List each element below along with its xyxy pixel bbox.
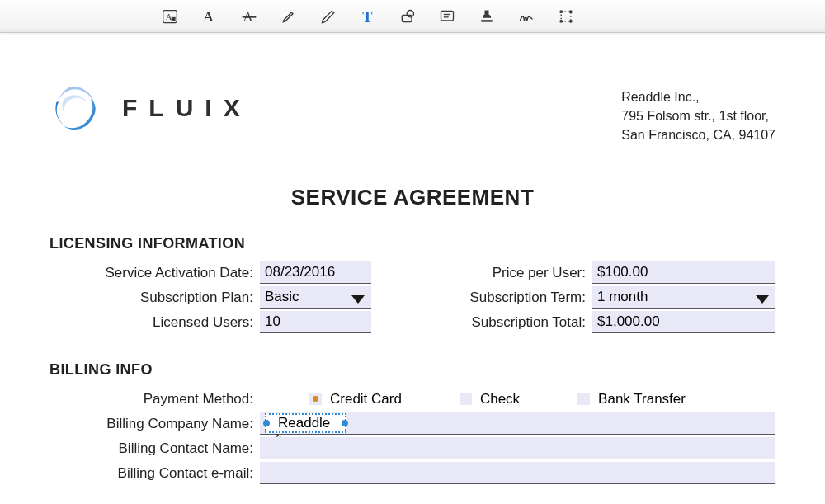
- billing-company-name-value: Readdle: [278, 415, 330, 431]
- subscription-plan-label: Subscription Plan:: [50, 290, 260, 306]
- company-name: FLUIX: [122, 94, 252, 122]
- svg-point-8: [407, 10, 413, 16]
- billing-contact-name-label: Billing Contact Name:: [50, 440, 260, 457]
- subscription-total-label: Subscription Total:: [454, 314, 592, 331]
- activation-date-field[interactable]: 08/23/2016: [260, 261, 371, 284]
- subscription-term-label: Subscription Term:: [454, 290, 592, 306]
- svg-text:T: T: [362, 8, 372, 24]
- svg-rect-13: [561, 12, 571, 21]
- licensing-section-heading: LICENSING INFORMATION: [50, 235, 776, 252]
- svg-point-15: [570, 10, 573, 12]
- price-per-user-label: Price per User:: [454, 265, 592, 281]
- subscription-total-field[interactable]: $1,000.00: [592, 311, 776, 333]
- payment-method-label: Payment Method:: [50, 391, 260, 407]
- text-strike-icon[interactable]: A: [240, 7, 258, 26]
- payment-check-option[interactable]: Check: [460, 391, 520, 407]
- note-icon[interactable]: [438, 7, 456, 26]
- svg-point-16: [560, 20, 563, 22]
- price-per-user-field[interactable]: $100.00: [592, 261, 776, 284]
- radio-icon: [460, 393, 472, 405]
- svg-point-14: [560, 10, 563, 12]
- text-tool-icon[interactable]: T: [359, 7, 377, 26]
- text-appearance-icon[interactable]: A: [200, 7, 219, 26]
- billing-contact-name-field[interactable]: [260, 437, 776, 459]
- address-line-3: San Francisco, CA, 94107: [621, 125, 776, 144]
- subscription-plan-select[interactable]: Basic: [260, 286, 371, 309]
- payment-bank-transfer-option[interactable]: Bank Transfer: [578, 391, 686, 407]
- payment-credit-card-label: Credit Card: [330, 391, 402, 407]
- pen-icon[interactable]: [319, 7, 337, 26]
- resize-handle-right-icon[interactable]: [342, 420, 348, 426]
- highlighter-icon[interactable]: [280, 7, 298, 26]
- shape-icon[interactable]: [398, 7, 417, 26]
- activation-date-label: Service Activation Date:: [50, 265, 260, 281]
- svg-text:A: A: [204, 8, 214, 24]
- svg-rect-2: [172, 16, 176, 20]
- annotation-toolbar: A A A T: [0, 0, 825, 33]
- radio-icon: [309, 393, 322, 405]
- billing-contact-email-field[interactable]: [260, 462, 776, 484]
- billing-contact-email-label: Billing Contact e-mail:: [50, 465, 260, 482]
- text-edit-box[interactable]: Readdle: [265, 413, 346, 433]
- billing-company-name-field[interactable]: Readdle: [260, 412, 776, 435]
- svg-rect-12: [481, 20, 492, 21]
- payment-check-label: Check: [480, 391, 520, 407]
- svg-rect-9: [441, 11, 454, 21]
- svg-point-17: [570, 20, 573, 22]
- subscription-term-select[interactable]: 1 month: [592, 286, 776, 309]
- address-line-2: 795 Folsom str., 1st floor,: [621, 106, 776, 125]
- payment-credit-card-option[interactable]: Credit Card: [309, 391, 402, 407]
- document-title: SERVICE AGREEMENT: [50, 185, 776, 210]
- billing-company-name-label: Billing Company Name:: [50, 416, 260, 432]
- signature-icon[interactable]: [517, 7, 535, 26]
- address-line-1: Readdle Inc.,: [621, 87, 776, 106]
- company-logo: FLUIX: [50, 82, 252, 134]
- licensed-users-label: Licensed Users:: [50, 314, 260, 331]
- svg-rect-7: [402, 15, 412, 21]
- payment-bank-transfer-label: Bank Transfer: [598, 391, 686, 407]
- licensed-users-field[interactable]: 10: [260, 311, 371, 333]
- fluix-logo-icon: [50, 82, 101, 134]
- billing-section-heading: BILLING INFO: [50, 361, 776, 379]
- resize-handle-left-icon[interactable]: [263, 420, 270, 426]
- company-address: Readdle Inc., 795 Folsom str., 1st floor…: [621, 82, 776, 145]
- text-format-icon[interactable]: A: [161, 7, 179, 26]
- radio-icon: [578, 393, 590, 405]
- document-page: FLUIX Readdle Inc., 795 Folsom str., 1st…: [0, 33, 825, 486]
- crop-icon[interactable]: [557, 7, 575, 26]
- stamp-icon[interactable]: [478, 7, 496, 26]
